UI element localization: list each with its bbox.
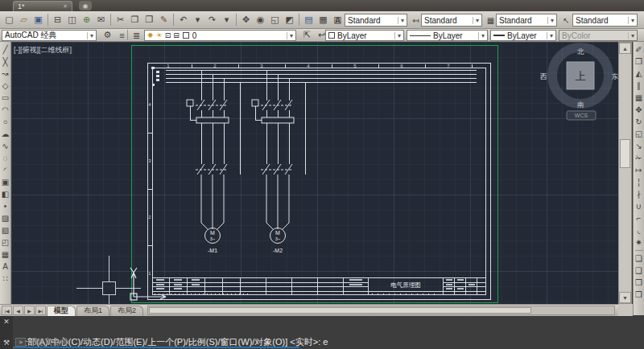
tab-layout1[interactable]: 布局1	[76, 306, 109, 316]
redo-icon[interactable]: ↷	[205, 13, 219, 27]
plot-icon[interactable]: ⊟	[51, 13, 64, 27]
chevron-down-icon[interactable]: ▾	[547, 17, 554, 24]
zoom-window-icon[interactable]: ◱	[268, 13, 282, 27]
chevron-down-icon[interactable]: ▾	[29, 339, 32, 346]
offset-icon[interactable]: ∥	[634, 80, 644, 92]
chevron-down-icon[interactable]: ▾	[87, 32, 93, 39]
rectangle-icon[interactable]: ▭	[0, 92, 10, 104]
tab-nav-last-icon[interactable]: ▶|	[35, 306, 46, 315]
send-to-back-icon[interactable]: ❑	[634, 265, 644, 277]
erase-icon[interactable]: ✐	[634, 43, 644, 55]
chevron-down-icon[interactable]: ▾	[478, 32, 485, 39]
region-icon[interactable]: ◰	[0, 236, 10, 248]
undo-icon[interactable]: ↶	[176, 13, 190, 27]
table-icon[interactable]: ▦	[0, 248, 10, 261]
break-icon[interactable]: ∤	[634, 188, 644, 200]
workspace-combo[interactable]: AutoCAD 经典 ▾	[2, 30, 97, 41]
scale-icon[interactable]: ◱	[634, 128, 644, 140]
extend-icon[interactable]: ↦	[634, 164, 644, 176]
fillet-icon[interactable]: ◟	[634, 224, 644, 236]
viewcube[interactable]: 上 北 南 西 东 WCS	[540, 47, 618, 120]
mleader-style-combo[interactable]: Standard ▾	[572, 14, 638, 27]
chevron-down-icon[interactable]: ▾	[287, 32, 293, 39]
explode-icon[interactable]: ✷	[634, 236, 644, 248]
join-icon[interactable]: ∪	[634, 200, 644, 212]
zoom-realtime-icon[interactable]: ◉	[254, 13, 267, 27]
add-selected-icon[interactable]: ∷	[0, 273, 10, 285]
new-tab-icon[interactable]: ◉	[79, 1, 92, 10]
array-icon[interactable]: ▦	[634, 92, 644, 104]
drawing-canvas[interactable]: [-][俯视][二维线框] 1 2 3 4 5 6 7 4	[11, 42, 618, 304]
command-prompt-icon[interactable]: >	[15, 338, 26, 347]
dim-style-combo[interactable]: Standard ▾	[421, 14, 482, 27]
chevron-down-icon[interactable]: ▾	[398, 17, 404, 24]
document-tab[interactable]: 1* ✕	[13, 1, 72, 11]
mirror-icon[interactable]: ◭	[634, 68, 644, 80]
layer-plot-icon[interactable]: ⊟	[173, 31, 180, 39]
trim-icon[interactable]: ✁	[634, 152, 644, 164]
close-icon[interactable]: ✕	[3, 318, 10, 326]
insert-block-icon[interactable]: ▣	[0, 176, 10, 188]
viewcube-south[interactable]: 南	[577, 101, 584, 109]
tab-close-icon[interactable]: ✕	[63, 3, 68, 10]
polygon-icon[interactable]: ◇	[0, 80, 10, 92]
stretch-icon[interactable]: ↘	[634, 140, 644, 152]
linetype-combo[interactable]: ByLayer ▾	[407, 30, 488, 41]
gear-icon[interactable]: ⚙	[101, 28, 114, 42]
wrench-icon[interactable]: ⚒	[3, 339, 10, 347]
make-block-icon[interactable]: ◧	[0, 188, 10, 200]
layer-properties-icon[interactable]: ≣	[130, 29, 143, 43]
cut-icon[interactable]: ✂	[114, 13, 127, 27]
layer-on-bulb-icon[interactable]: ✹	[147, 31, 154, 39]
layer-combo[interactable]: ✹☀⊡⊟ 0 ▾	[144, 30, 296, 41]
arc-icon[interactable]: ◠	[0, 104, 10, 116]
chevron-down-icon[interactable]: ▾	[628, 17, 634, 24]
gradient-icon[interactable]: ▧	[0, 224, 10, 236]
break-at-point-icon[interactable]: ¦	[634, 176, 644, 188]
pan-icon[interactable]: ✥	[239, 13, 253, 27]
viewcube-west[interactable]: 西	[540, 72, 547, 80]
tab-nav-first-icon[interactable]: |◀	[2, 306, 12, 315]
vertical-scroll-thumb[interactable]	[620, 139, 630, 168]
layer-match-icon[interactable]: ⇱	[300, 28, 314, 42]
etransmit-icon[interactable]: ✉	[94, 13, 108, 27]
revcloud-icon[interactable]: ☁	[0, 128, 10, 140]
viewcube-north[interactable]: 北	[577, 47, 584, 55]
mtext-icon[interactable]: A	[0, 261, 10, 273]
move-icon[interactable]: ✥	[634, 104, 644, 116]
construction-line-icon[interactable]: ╳	[0, 55, 10, 68]
horizontal-scrollbar[interactable]	[147, 306, 615, 315]
layer-freeze-sun-icon[interactable]: ☀	[156, 31, 163, 39]
circle-icon[interactable]: ○	[0, 116, 10, 128]
plot-preview-icon[interactable]: ◫	[65, 13, 79, 27]
line-icon[interactable]: ╱	[0, 43, 10, 55]
redo-dropdown-icon[interactable]: ▾	[220, 13, 233, 27]
chevron-down-icon[interactable]: ▾	[547, 32, 553, 39]
ellipse-icon[interactable]: ◌	[0, 152, 10, 164]
designcenter-icon[interactable]: ▦	[316, 13, 330, 27]
qnew-icon[interactable]: ▢	[2, 13, 16, 27]
command-input-row[interactable]: > ▾ 键入命令	[13, 338, 299, 348]
polyline-icon[interactable]: ↝	[0, 68, 10, 80]
properties-icon[interactable]: ▤	[302, 13, 316, 27]
copy-icon[interactable]: ❐	[128, 13, 142, 27]
match-properties-icon[interactable]: ✎	[157, 13, 171, 27]
tab-model[interactable]: 模型	[47, 306, 76, 316]
tab-nav-prev-icon[interactable]: ◀	[13, 306, 23, 315]
open-icon[interactable]: ▱	[17, 13, 31, 27]
point-icon[interactable]: •	[0, 200, 10, 212]
viewcube-east[interactable]: 东	[612, 72, 618, 80]
table-style-combo[interactable]: Standard ▾	[496, 14, 557, 27]
publish-icon[interactable]: ⊕	[80, 13, 93, 27]
horizontal-scroll-thumb[interactable]	[149, 307, 531, 314]
vertical-scrollbar[interactable]: ▲ ▼	[618, 42, 632, 304]
scroll-up-icon[interactable]: ▲	[619, 43, 631, 54]
zoom-previous-icon[interactable]: ◩	[283, 13, 296, 27]
color-combo[interactable]: ByLayer ▾	[325, 30, 404, 41]
lineweight-combo[interactable]: ByLayer ▾	[490, 30, 556, 41]
viewcube-top-label[interactable]: 上	[576, 70, 586, 82]
text-style-combo[interactable]: Standard ▾	[345, 14, 407, 27]
scroll-down-icon[interactable]: ▼	[619, 292, 631, 303]
layer-lock-icon[interactable]: ⊡	[165, 31, 171, 39]
wcs-label[interactable]: WCS	[575, 113, 588, 118]
